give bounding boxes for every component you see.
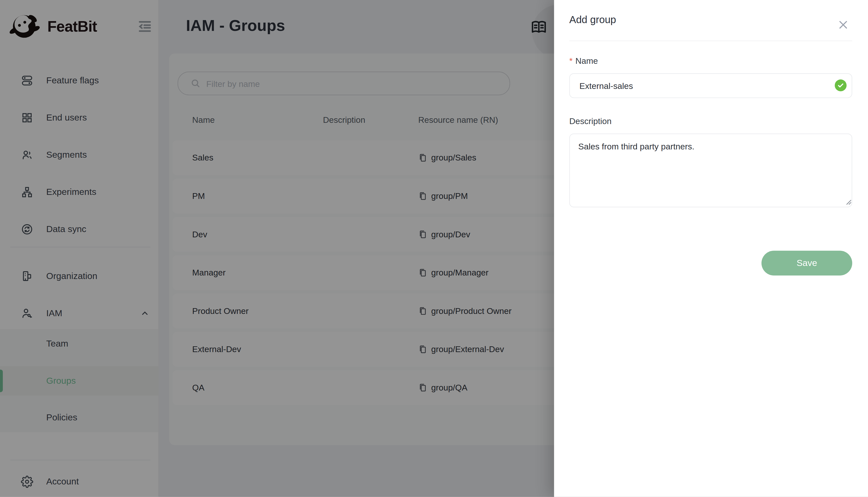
drawer-title: Add group (569, 14, 616, 26)
group-description-textarea[interactable]: Sales from third party partners. (569, 133, 852, 208)
valid-check-icon (835, 79, 846, 91)
add-group-drawer: Add group *Name Description Sales from t… (554, 0, 868, 497)
name-field-label: *Name (569, 56, 598, 65)
close-icon[interactable] (838, 19, 849, 30)
name-field (569, 73, 852, 98)
description-field-label: Description (569, 116, 612, 126)
required-asterisk: * (569, 56, 573, 65)
save-button[interactable]: Save (761, 251, 852, 275)
group-name-input[interactable] (578, 74, 823, 97)
drawer-header-divider (569, 41, 852, 41)
app-window: FeatBit Feature flags (0, 0, 868, 497)
resize-handle-icon[interactable] (845, 198, 852, 205)
